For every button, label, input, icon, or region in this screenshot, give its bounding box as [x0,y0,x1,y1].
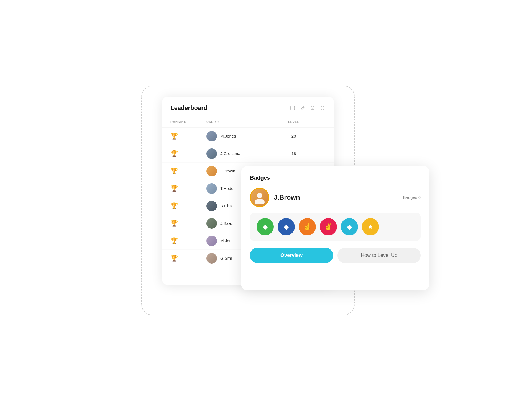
svg-point-5 [255,199,265,204]
user-name: J.Brown [220,169,235,173]
user-column-header: USER ⇅ [206,120,262,123]
badge-star-yellow[interactable]: ★ [362,218,379,235]
profile-name: J.Brown [274,194,300,201]
trophy-icon: 🏆 [170,133,178,140]
ranking-cell: 🏆 [170,150,206,157]
table-row[interactable]: 🏆 M.Jones 20 [162,128,334,145]
user-profile-row: J.Brown Badges 6 [250,188,421,207]
avatar [206,236,217,246]
trophy-icon: 🏆 [170,255,178,262]
badge-diamond-green[interactable]: ◆ [257,218,274,235]
external-link-icon[interactable] [310,105,316,111]
trophy-icon: 🏆 [170,185,178,192]
trophy-icon: 🏆 [170,202,178,210]
level-cell: 18 [262,151,326,156]
avatar [206,201,217,211]
table-row[interactable]: 🏆 J.Grossman 18 [162,145,334,163]
leaderboard-title: Leaderboard [170,104,207,112]
trophy-icon: 🏆 [170,220,178,227]
ranking-cell: 🏆 [170,237,206,244]
sort-icon[interactable]: ⇅ [217,120,220,123]
ranking-cell: 🏆 [170,168,206,175]
table-header: RANKING USER ⇅ LEVEL [162,116,334,128]
user-name: T.Hodo [220,186,234,191]
leaderboard-toolbar [290,105,326,111]
user-name: B.Cha [220,203,232,208]
avatar [206,183,217,194]
leaderboard-header: Leaderboard [162,97,334,116]
how-to-level-up-button[interactable]: How to Level Up [337,248,421,263]
badge-diamond-blue[interactable]: ◆ [278,218,295,235]
edit-icon[interactable] [300,105,306,111]
user-name: J.Baez [220,221,233,226]
svg-point-4 [257,193,262,198]
overview-button[interactable]: Overview [250,248,333,263]
ranking-column-header: RANKING [170,120,206,123]
avatar [206,131,217,141]
trophy-icon: 🏆 [170,150,178,157]
user-cell: M.Jones [206,131,262,141]
ranking-cell: 🏆 [170,185,206,192]
badge-diamond-teal[interactable]: ◆ [341,218,358,235]
badge-hand-red[interactable]: ✌ [320,218,337,235]
user-profile-left: J.Brown [250,188,300,207]
badge-hand-orange[interactable]: ☝ [299,218,316,235]
badges-count: Badges 6 [403,195,421,200]
profile-avatar [250,188,269,207]
level-column-header: LEVEL [262,120,326,123]
user-cell: J.Grossman [206,148,262,159]
user-name: G.Smi [220,256,232,261]
avatar [206,166,217,176]
report-icon[interactable] [290,105,296,111]
avatar [206,148,217,159]
avatar [206,253,217,264]
level-cell: 20 [262,134,326,138]
user-name: M.Jones [220,134,236,138]
badges-card-title: Badges [250,175,421,181]
badges-list-container: ◆◆☝✌◆★ [250,213,421,241]
ranking-cell: 🏆 [170,220,206,227]
trophy-icon: 🏆 [170,237,178,244]
user-name: J.Grossman [220,151,243,156]
badges-card: Badges J.Brown Badges 6 ◆◆☝✌◆★ Overview … [241,166,429,290]
action-buttons: Overview How to Level Up [250,248,421,263]
trophy-icon: 🏆 [170,168,178,175]
user-name: M.Jon [220,238,232,243]
expand-icon[interactable] [319,105,326,111]
ranking-cell: 🏆 [170,133,206,140]
badges-list: ◆◆☝✌◆★ [257,218,414,235]
ranking-cell: 🏆 [170,255,206,262]
ranking-cell: 🏆 [170,202,206,210]
avatar [206,218,217,229]
